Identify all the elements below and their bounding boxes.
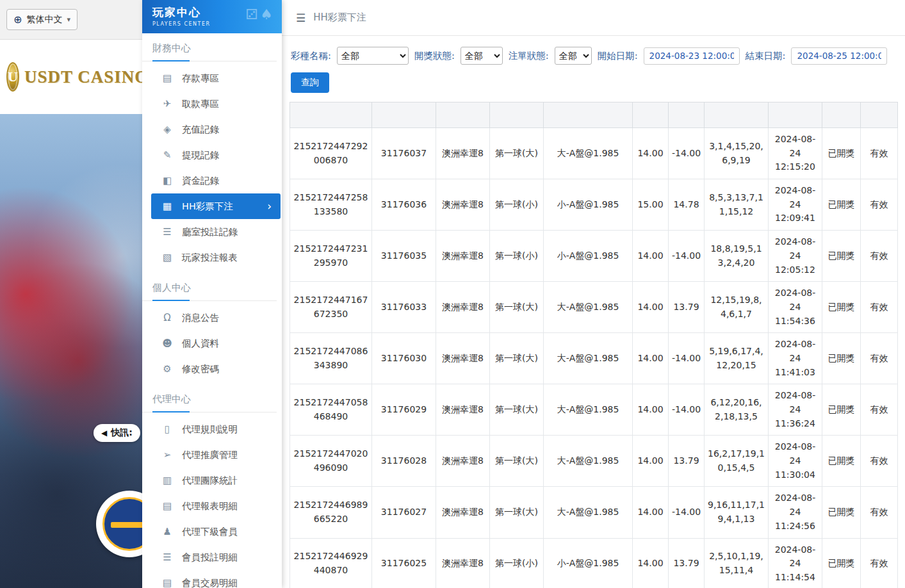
sidebar-item[interactable]: ▤ 會員交易明細 › bbox=[142, 570, 282, 588]
casino-decoration-icon: ⚂♠ bbox=[245, 6, 275, 22]
cell-period: 31176037 bbox=[372, 128, 436, 179]
document-icon: ▯ bbox=[161, 423, 173, 435]
table-row: 2152172447292006870 31176037 澳洲幸運8 第一球(大… bbox=[290, 128, 898, 179]
sidebar-item[interactable]: ◧ 資金記錄 › bbox=[142, 168, 282, 193]
cell-period: 31176029 bbox=[372, 384, 436, 436]
sidebar-item[interactable]: ▯ 代理規則說明 › bbox=[142, 416, 282, 442]
cell-order-no: 2152172447058468490 bbox=[290, 384, 372, 436]
sidebar-item[interactable]: ➢ 代理推廣管理 › bbox=[142, 442, 282, 468]
cell-play: 第一球(大) bbox=[490, 333, 544, 384]
news-label: 快訊: bbox=[111, 427, 133, 439]
sidebar-item[interactable]: ☰ 會員投註明細 › bbox=[142, 544, 282, 570]
cell-result: 2,5,10,1,19,15,11,4 bbox=[705, 538, 769, 588]
cell-lottery-name: 澳洲幸運8 bbox=[436, 333, 490, 384]
cell-period: 31176025 bbox=[372, 538, 436, 588]
cell-order-status: 有效 bbox=[861, 538, 898, 588]
end-date-input[interactable] bbox=[791, 47, 887, 65]
recharge-coin-icon: ◈ bbox=[161, 124, 173, 135]
end-date-label: 結束日期: bbox=[746, 50, 786, 62]
table-header-row bbox=[290, 102, 898, 128]
sidebar-item-label: 個人資料 bbox=[182, 338, 219, 350]
logo-text: USDT CASINO bbox=[24, 67, 149, 87]
table-row: 2152172446929440870 31176025 澳洲幸運8 第一球(小… bbox=[290, 538, 898, 588]
sidebar-item[interactable]: ✎ 提現記錄 › bbox=[142, 142, 282, 168]
team-stats-icon: ▥ bbox=[161, 475, 173, 486]
cell-win-loss: -14.00 bbox=[669, 231, 705, 282]
menu-toggle-icon[interactable]: ☰ bbox=[296, 12, 306, 24]
cell-lottery-name: 澳洲幸運8 bbox=[436, 487, 490, 538]
sidebar-item[interactable]: Ω 消息公告 › bbox=[142, 305, 282, 331]
column-header bbox=[669, 102, 705, 128]
sidebar-item[interactable]: ☰ 廳室投註記錄 › bbox=[142, 219, 282, 245]
cell-order-no: 2152172446929440870 bbox=[290, 538, 372, 588]
sidebar-item[interactable]: ◈ 充值記錄 › bbox=[142, 117, 282, 142]
order-status-select[interactable]: 全部 bbox=[555, 47, 592, 65]
cell-lottery-name: 澳洲幸運8 bbox=[436, 538, 490, 588]
sidebar-item[interactable]: ▤ 存款專區 › bbox=[142, 65, 282, 91]
start-date-input[interactable] bbox=[644, 47, 740, 65]
page: ⊕ 繁体中文 ▾ U USDT CASINO ◀ 快訊: 玩家中心 PLAYER… bbox=[0, 0, 905, 588]
sidebar-item[interactable]: ☻ 個人資料 › bbox=[142, 331, 282, 356]
user-icon: ☻ bbox=[161, 338, 173, 349]
cell-win-loss: -14.00 bbox=[669, 487, 705, 538]
sidebar-item[interactable]: ✈ 取款專區 › bbox=[142, 91, 282, 117]
cell-win-loss: 13.79 bbox=[669, 282, 705, 333]
sidebar-item[interactable]: ▥ 代理團隊統計 › bbox=[142, 468, 282, 493]
cell-time: 2024-08-24 11:54:36 bbox=[769, 282, 822, 333]
cell-win-loss: -14.00 bbox=[669, 333, 705, 384]
sidebar-item-label: 代理下級會員 bbox=[182, 526, 238, 538]
share-icon: ➢ bbox=[161, 449, 173, 461]
cell-order-no: 2152172447231295970 bbox=[290, 231, 372, 282]
lottery-name-label: 彩種名稱: bbox=[291, 50, 331, 62]
member-bets-icon: ☰ bbox=[161, 551, 173, 563]
draw-status-select[interactable]: 全部 bbox=[461, 47, 503, 65]
cell-lottery-name: 澳洲幸運8 bbox=[436, 436, 490, 487]
sidebar-item-label: 代理團隊統計 bbox=[182, 475, 238, 487]
cell-period: 31176035 bbox=[372, 231, 436, 282]
cell-time: 2024-08-24 12:09:41 bbox=[769, 179, 822, 231]
column-header bbox=[769, 102, 822, 128]
member-transactions-icon: ▤ bbox=[161, 577, 173, 588]
cell-play: 第一球(大) bbox=[490, 436, 544, 487]
cell-order-status: 有效 bbox=[861, 128, 898, 179]
cell-amount: 14.00 bbox=[633, 282, 669, 333]
lottery-select[interactable]: 全部 bbox=[337, 47, 409, 65]
query-button[interactable]: 查詢 bbox=[291, 72, 329, 93]
cell-lottery-name: 澳洲幸運8 bbox=[436, 179, 490, 231]
lottery-ticket-icon: ▦ bbox=[161, 200, 173, 212]
main-topbar: ☰ HH彩票下注 bbox=[282, 0, 905, 36]
language-selector[interactable]: ⊕ 繁体中文 ▾ bbox=[6, 9, 77, 30]
cell-period: 31176027 bbox=[372, 487, 436, 538]
column-header bbox=[633, 102, 669, 128]
cell-period: 31176030 bbox=[372, 333, 436, 384]
cell-play: 第一球(小) bbox=[490, 231, 544, 282]
cell-bet-info: 大-A盤@1.985 bbox=[544, 282, 633, 333]
cell-bet-info: 大-A盤@1.985 bbox=[544, 436, 633, 487]
sidebar-item[interactable]: ▧ 玩家投注報表 › bbox=[142, 245, 282, 270]
cell-win-loss: 13.79 bbox=[669, 538, 705, 588]
cell-order-status: 有效 bbox=[861, 436, 898, 487]
column-header bbox=[861, 102, 898, 128]
cell-result: 3,1,4,15,20,6,9,19 bbox=[705, 128, 769, 179]
column-header bbox=[544, 102, 633, 128]
cell-bet-info: 大-A盤@1.985 bbox=[544, 333, 633, 384]
cell-win-loss: -14.00 bbox=[669, 384, 705, 436]
members-icon: ♟ bbox=[161, 526, 173, 537]
cell-draw-status: 已開獎 bbox=[822, 128, 861, 179]
cell-result: 6,12,20,16,2,18,13,5 bbox=[705, 384, 769, 436]
sidebar-item[interactable]: ♟ 代理下級會員 › bbox=[142, 519, 282, 544]
cell-order-no: 2152172447086343890 bbox=[290, 333, 372, 384]
cell-time: 2024-08-24 12:15:20 bbox=[769, 128, 822, 179]
news-ticker: ◀ 快訊: bbox=[94, 424, 140, 442]
cell-bet-info: 小-A盤@1.985 bbox=[544, 538, 633, 588]
sidebar-item[interactable]: ▦ HH彩票下注 › bbox=[151, 193, 281, 219]
sidebar-item[interactable]: ▤ 代理報表明細 › bbox=[142, 493, 282, 519]
sidebar-header: 玩家中心 PLAYERS CENTER ⚂♠ bbox=[142, 0, 282, 33]
column-header bbox=[822, 102, 861, 128]
spade-icon: ♠ bbox=[260, 6, 275, 22]
table-row: 2152172447167672350 31176033 澳洲幸運8 第一球(大… bbox=[290, 282, 898, 333]
sidebar-item[interactable]: ⚙ 修改密碼 › bbox=[142, 356, 282, 382]
globe-icon: ⊕ bbox=[13, 13, 22, 26]
bets-table-wrap: 2152172447292006870 31176037 澳洲幸運8 第一球(大… bbox=[289, 102, 897, 588]
cell-win-loss: 14.78 bbox=[669, 179, 705, 231]
